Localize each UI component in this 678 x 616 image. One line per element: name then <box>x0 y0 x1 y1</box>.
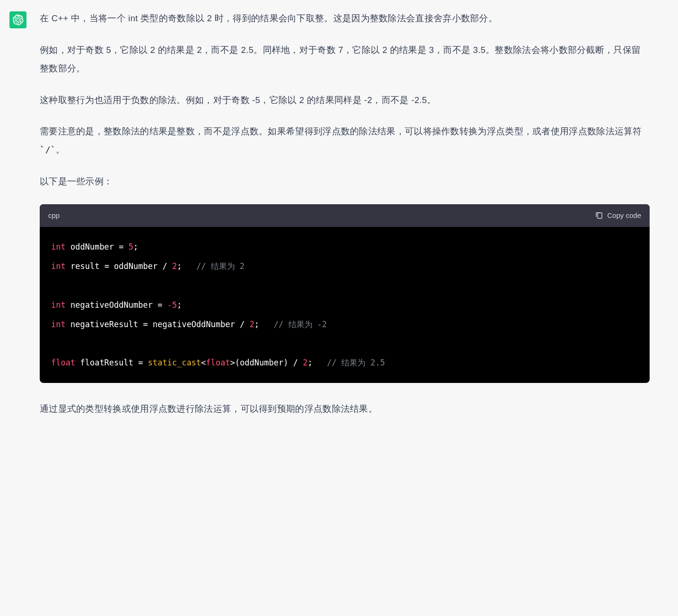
code-token-gt: > <box>230 358 235 367</box>
code-token-space <box>259 320 274 329</box>
text: 。 <box>56 145 65 155</box>
code-token-number: 2 <box>172 261 177 271</box>
code-token-keyword: int <box>51 261 66 271</box>
paragraph-3: 这种取整行为也适用于负数的除法。例如，对于奇数 -5，它除以 2 的结果同样是 … <box>40 91 650 110</box>
code-token-slash: / <box>235 320 250 329</box>
code-block-header: cpp Copy code <box>40 204 650 227</box>
code-token-eq: = <box>138 320 153 329</box>
code-token-number: -5 <box>167 300 177 310</box>
openai-logo-icon <box>12 14 24 26</box>
code-token-ident: oddNumber <box>70 242 114 252</box>
paragraph-4: 需要注意的是，整数除法的结果是整数，而不是浮点数。如果希望得到浮点数的除法结果，… <box>40 122 650 159</box>
paragraph-1: 在 C++ 中，当将一个 int 类型的奇数除以 2 时，得到的结果会向下取整。… <box>40 9 650 28</box>
code-content[interactable]: int oddNumber = 5; int result = oddNumbe… <box>40 227 650 383</box>
copy-code-button[interactable]: Copy code <box>595 209 641 223</box>
code-token-lt: < <box>201 358 206 367</box>
code-token-ident: floatResult <box>80 358 133 367</box>
code-token-slash: / <box>288 358 303 367</box>
code-token-space <box>182 261 196 271</box>
code-token-lparen: ( <box>235 358 240 367</box>
code-token-ident: negativeOddNumber <box>153 320 235 329</box>
assistant-message: 在 C++ 中，当将一个 int 类型的奇数除以 2 时，得到的结果会向下取整。… <box>0 0 678 437</box>
code-token-keyword: int <box>51 320 66 329</box>
svg-rect-0 <box>598 213 602 218</box>
copy-code-label: Copy code <box>607 209 641 223</box>
paragraph-2: 例如，对于奇数 5，它除以 2 的结果是 2，而不是 2.5。同样地，对于奇数 … <box>40 41 650 78</box>
code-token-space <box>313 358 327 367</box>
code-token-type: float <box>206 358 230 367</box>
code-token-space <box>75 358 80 367</box>
code-token-slash: / <box>157 261 172 271</box>
code-token-number: 2 <box>303 358 307 367</box>
code-token-semi: ; <box>133 242 138 252</box>
code-token-ident: oddNumber <box>114 261 157 271</box>
code-language-label: cpp <box>48 209 60 223</box>
code-token-eq: = <box>114 242 129 252</box>
assistant-avatar <box>9 11 26 28</box>
code-token-number: 5 <box>129 242 133 252</box>
code-token-ident: result <box>70 261 99 271</box>
code-token-eq: = <box>99 261 114 271</box>
code-token-comment: // 结果为 2 <box>196 261 244 271</box>
code-token-space <box>66 320 70 329</box>
clipboard-icon <box>595 211 603 220</box>
code-token-ident: negativeResult <box>70 320 138 329</box>
code-token-eq: = <box>153 300 167 310</box>
code-token-func: static_cast <box>148 358 201 367</box>
message-content: 在 C++ 中，当将一个 int 类型的奇数除以 2 时，得到的结果会向下取整。… <box>40 9 678 418</box>
code-token-rparen: ) <box>283 358 288 367</box>
code-token-eq: = <box>133 358 148 367</box>
code-token-keyword: int <box>51 300 66 310</box>
code-token-keyword: int <box>51 242 66 252</box>
code-token-space <box>66 261 70 271</box>
code-token-semi: ; <box>177 261 182 271</box>
code-token-semi: ; <box>177 300 182 310</box>
text: 需要注意的是，整数除法的结果是整数，而不是浮点数。如果希望得到浮点数的除法结果，… <box>40 126 642 136</box>
code-block: cpp Copy code int oddNumber = 5; int res… <box>40 204 650 383</box>
code-token-space <box>66 300 70 310</box>
code-token-keyword: float <box>51 358 75 367</box>
code-token-comment: // 结果为 2.5 <box>327 358 385 367</box>
paragraph-5: 以下是一些示例： <box>40 173 650 191</box>
code-token-space <box>66 242 70 252</box>
code-token-comment: // 结果为 -2 <box>274 320 327 329</box>
code-token-ident: oddNumber <box>240 358 283 367</box>
inline-code: `/` <box>40 145 56 155</box>
code-token-number: 2 <box>250 320 254 329</box>
code-token-semi: ; <box>254 320 259 329</box>
code-token-ident: negativeOddNumber <box>70 300 153 310</box>
paragraph-6: 通过显式的类型转换或使用浮点数进行除法运算，可以得到预期的浮点数除法结果。 <box>40 400 650 418</box>
code-token-semi: ; <box>308 358 313 367</box>
